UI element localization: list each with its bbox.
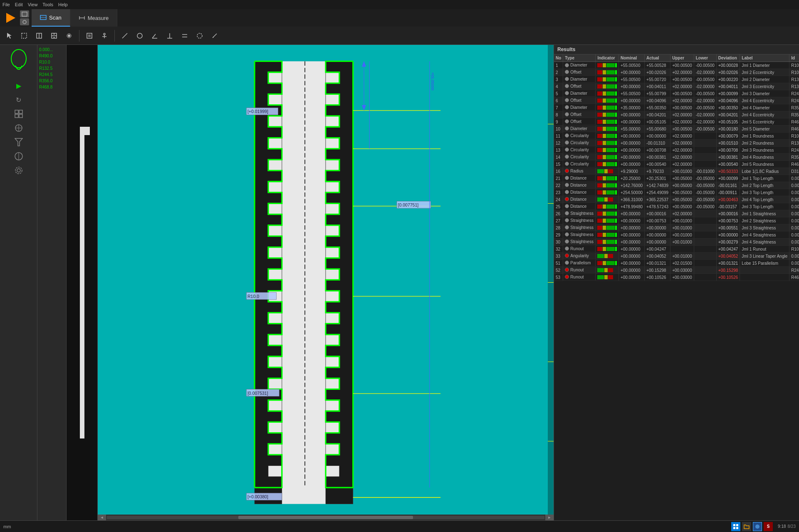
taskbar-windows-btn[interactable] bbox=[731, 522, 740, 531]
col-indicator[interactable]: Indicator bbox=[596, 54, 619, 62]
table-row[interactable]: 9 Offset +00.00000 +00.05105 +02.00000 -… bbox=[554, 118, 799, 126]
table-row[interactable]: 2 Offset +00.00000 +00.02026 +02.00000 -… bbox=[554, 69, 799, 76]
svg-rect-115 bbox=[326, 61, 353, 504]
table-row[interactable]: 14 Circularity +00.00000 +00.00381 +02.0… bbox=[554, 154, 799, 161]
svg-rect-130 bbox=[326, 378, 339, 389]
menu-edit[interactable]: Edit bbox=[15, 2, 23, 7]
table-row[interactable]: 51 Parallelism +00.00000 +00.01321 +02.0… bbox=[554, 260, 799, 267]
scale-val-3: R132.5 bbox=[39, 65, 64, 71]
table-row[interactable]: 29 Straightness +00.00000 +00.00000 +00.… bbox=[554, 232, 799, 239]
grid-icon[interactable] bbox=[13, 108, 25, 120]
cell-lower: -02.00000 bbox=[694, 83, 716, 90]
table-row[interactable]: 3 Diameter +55.00500 +55.00720 +00.00500… bbox=[554, 76, 799, 83]
table-row[interactable]: 22 Distance +142.76000 +142.74839 +00.05… bbox=[554, 182, 799, 189]
angle-tool[interactable] bbox=[148, 29, 161, 42]
table-row[interactable]: 11 Circularity +00.00000 +00.00000 +02.0… bbox=[554, 133, 799, 140]
table-row[interactable]: 33 Angularity +00.00000 +00.04052 +00.01… bbox=[554, 253, 799, 260]
cell-id: 0.00000-5 F:25-28 bbox=[789, 175, 799, 182]
line-tool[interactable] bbox=[118, 29, 131, 42]
parallel-tool[interactable] bbox=[178, 29, 191, 42]
table-row[interactable]: 25 Distance +478.99480 +478.57243 +00.05… bbox=[554, 203, 799, 210]
cell-label: Lobe 1(1.8C Radius bbox=[740, 168, 789, 175]
anchor-tool[interactable] bbox=[98, 29, 111, 42]
table-row[interactable]: 15 Circularity +00.00000 +00.00540 +02.0… bbox=[554, 161, 799, 168]
gear-icon[interactable] bbox=[13, 165, 25, 176]
menu-view[interactable]: View bbox=[28, 2, 38, 7]
col-upper[interactable]: Upper bbox=[670, 54, 694, 62]
funnel-icon[interactable] bbox=[13, 136, 25, 148]
table-row[interactable]: 52 Runout +00.00000 +00.15298 +00.03000 … bbox=[554, 267, 799, 274]
table-row[interactable]: 32 Runout +00.00000 +00.04247 +00.04247 … bbox=[554, 246, 799, 253]
svg-rect-88 bbox=[89, 368, 92, 374]
menu-tools[interactable]: Tools bbox=[42, 2, 53, 7]
tab-scan[interactable]: Scan bbox=[32, 9, 70, 27]
table-row[interactable]: 1 Diameter +55.00500 +55.00528 +00.00500… bbox=[554, 62, 799, 69]
taskbar-red-btn[interactable]: S bbox=[764, 522, 773, 531]
table-row[interactable]: 13 Circularity +00.00000 +00.00708 +02.0… bbox=[554, 147, 799, 154]
lozenge-icon[interactable] bbox=[13, 150, 25, 162]
col-id[interactable]: Id bbox=[789, 54, 799, 62]
cell-indicator bbox=[596, 182, 619, 189]
vsplit-tool[interactable] bbox=[47, 29, 61, 42]
cell-type: Straightness bbox=[563, 217, 596, 224]
col-actual[interactable]: Actual bbox=[645, 54, 670, 62]
taskbar-folder-btn[interactable] bbox=[742, 522, 751, 531]
canvas-area[interactable]: [+0.01999] [0.007751] R10.0 [0.007531] [… bbox=[98, 45, 554, 520]
cell-no: 12 bbox=[554, 140, 563, 147]
cell-deviation: +00.00551 bbox=[716, 224, 740, 232]
cell-label: Jml 2 Roundness bbox=[740, 140, 789, 147]
table-row[interactable]: 16 Radius +9.29000 +9.79233 +00.01000 -0… bbox=[554, 168, 799, 175]
rect-select-tool[interactable] bbox=[17, 29, 31, 42]
play-button[interactable] bbox=[2, 10, 18, 26]
table-row[interactable]: 6 Offset +00.00000 +00.04096 +02.00000 -… bbox=[554, 97, 799, 104]
cell-deviation: +00.05105 bbox=[716, 118, 740, 126]
perp-tool[interactable] bbox=[163, 29, 176, 42]
hsplit-tool[interactable] bbox=[32, 29, 46, 42]
circle2-tool[interactable] bbox=[193, 29, 206, 42]
select-shape-icon[interactable]: ▶ bbox=[13, 80, 25, 91]
cell-id: 0.00000-8 F:25-28 bbox=[789, 196, 799, 203]
table-row[interactable]: 28 Straightness +00.00000 +00.00000 +00.… bbox=[554, 224, 799, 232]
results-table-container[interactable]: No Type Indicator Nominal Actual Upper L… bbox=[554, 54, 799, 520]
col-lower[interactable]: Lower bbox=[694, 54, 716, 62]
table-row[interactable]: 4 Offset +00.00000 +00.04011 +02.00000 -… bbox=[554, 83, 799, 90]
svg-point-46 bbox=[15, 167, 22, 174]
h-scrollbar[interactable]: ◄ ► bbox=[98, 515, 554, 520]
svg-rect-110 bbox=[268, 378, 282, 389]
toolbar-icon-2[interactable] bbox=[20, 18, 29, 25]
table-row[interactable]: 21 Distance +20.25000 +20.25301 +00.0500… bbox=[554, 175, 799, 182]
rotate-cw-icon[interactable]: ↻ bbox=[13, 94, 25, 106]
table-row[interactable]: 53 Runout +00.00000 +00.10526 +00.03000 … bbox=[554, 274, 799, 281]
results-table: No Type Indicator Nominal Actual Upper L… bbox=[554, 54, 799, 281]
menu-help[interactable]: Help bbox=[58, 2, 68, 7]
table-row[interactable]: 5 Diameter +55.00500 +55.00799 +00.00500… bbox=[554, 90, 799, 97]
circle-tool[interactable] bbox=[133, 29, 146, 42]
col-no[interactable]: No bbox=[554, 54, 563, 62]
zoom-extents-icon[interactable] bbox=[13, 122, 25, 134]
col-type[interactable]: Type bbox=[563, 54, 596, 62]
toolbar-icon-1[interactable] bbox=[20, 10, 29, 17]
table-row[interactable]: 30 Straightness +00.00000 +00.00000 +00.… bbox=[554, 239, 799, 246]
menu-file[interactable]: File bbox=[2, 2, 10, 7]
table-row[interactable]: 27 Straightness +00.00000 +00.00753 +00.… bbox=[554, 217, 799, 224]
table-row[interactable]: 23 Distance +254.50000 +254.49099 +00.05… bbox=[554, 189, 799, 196]
col-nominal[interactable]: Nominal bbox=[618, 54, 644, 62]
pen-tool[interactable] bbox=[208, 29, 221, 42]
region-select-tool[interactable] bbox=[83, 29, 96, 42]
table-row[interactable]: 8 Offset +00.00000 +00.04201 +02.00000 -… bbox=[554, 111, 799, 118]
cell-id: R10.0-1 F:7 bbox=[789, 62, 799, 69]
table-row[interactable]: 24 Distance +366.31000 +365.22537 +00.05… bbox=[554, 196, 799, 203]
cursor-tool[interactable] bbox=[2, 29, 16, 42]
col-label[interactable]: Label bbox=[740, 54, 789, 62]
col-deviation[interactable]: Deviation bbox=[716, 54, 740, 62]
tab-measure[interactable]: Measure bbox=[70, 9, 118, 27]
table-row[interactable]: 26 Straightness +00.00000 +00.00016 +02.… bbox=[554, 210, 799, 217]
taskbar-app-btn[interactable] bbox=[753, 522, 762, 531]
table-row[interactable]: 10 Diameter +55.00000 +55.00680 +00.0050… bbox=[554, 126, 799, 133]
table-row[interactable]: 7 Diameter +35.00000 +55.00350 +00.00500… bbox=[554, 104, 799, 111]
cell-type: Runout bbox=[563, 274, 596, 281]
point-tool[interactable] bbox=[62, 29, 76, 42]
table-row[interactable]: 12 Circularity +00.00000 -00.01310 +02.0… bbox=[554, 140, 799, 147]
cell-actual: +55.00799 bbox=[645, 90, 670, 97]
cell-lower bbox=[694, 147, 716, 154]
